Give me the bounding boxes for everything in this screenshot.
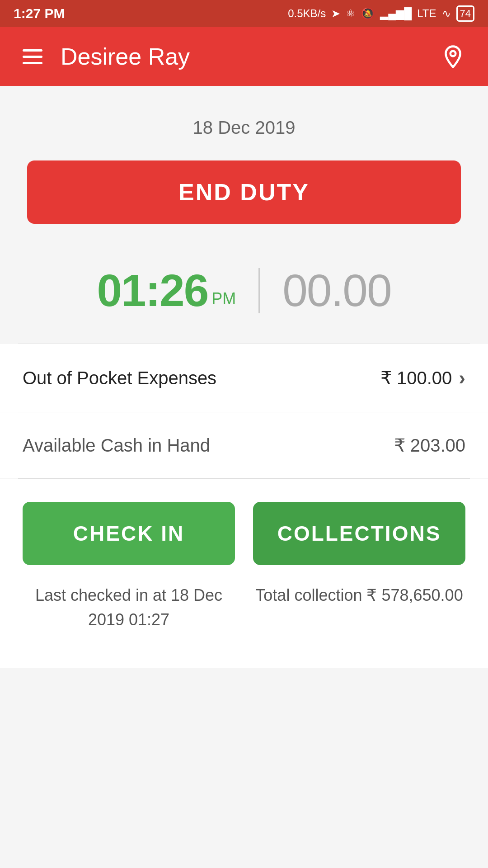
- available-cash-value: ₹ 203.00: [394, 435, 465, 456]
- app-header: Desiree Ray: [0, 27, 488, 86]
- collections-button[interactable]: COLLECTIONS: [253, 502, 465, 565]
- time-divider: [258, 268, 260, 313]
- active-time-ampm: PM: [211, 289, 236, 316]
- status-bar: 1:27 PM 0.5KB/s ➤ ⚛ 🔕 ▂▄▆█ LTE ∿ 74: [0, 0, 488, 27]
- inactive-time: 00.00: [282, 264, 391, 316]
- bottom-info: Last checked in at 18 Dec 2019 01:27 Tot…: [23, 583, 465, 632]
- available-cash-label: Available Cash in Hand: [23, 435, 210, 456]
- status-time: 1:27 PM: [14, 6, 65, 21]
- menu-button[interactable]: [23, 49, 42, 64]
- time-section: 01:26 PM 00.00: [0, 251, 488, 344]
- user-name: Desiree Ray: [61, 43, 190, 70]
- check-in-button[interactable]: CHECK IN: [23, 502, 235, 565]
- end-duty-button[interactable]: END DUTY: [27, 160, 461, 224]
- header-left: Desiree Ray: [23, 43, 190, 70]
- out-of-pocket-amount: ₹ 100.00: [380, 368, 452, 388]
- status-icons: 0.5KB/s ➤ ⚛ 🔕 ▂▄▆█ LTE ∿ 74: [288, 5, 474, 22]
- bottom-section: CHECK IN COLLECTIONS Last checked in at …: [0, 479, 488, 668]
- mute-icon: 🔕: [361, 7, 375, 20]
- bluetooth-icon: ⚛: [346, 7, 356, 20]
- collections-info-text: Total collection ₹ 578,650.00: [255, 586, 463, 604]
- action-buttons: CHECK IN COLLECTIONS: [23, 502, 465, 565]
- lte-icon: LTE: [417, 7, 436, 20]
- date-section: 18 Dec 2019: [0, 86, 488, 160]
- active-time: 01:26: [97, 264, 208, 316]
- chevron-right-icon: ›: [459, 367, 465, 389]
- main-content: 18 Dec 2019 END DUTY 01:26 PM 00.00 Out …: [0, 86, 488, 668]
- collections-info: Total collection ₹ 578,650.00: [253, 583, 465, 632]
- out-of-pocket-label: Out of Pocket Expenses: [23, 368, 216, 388]
- out-of-pocket-row[interactable]: Out of Pocket Expenses ₹ 100.00 ›: [0, 344, 488, 412]
- available-cash-row: Available Cash in Hand ₹ 203.00: [0, 412, 488, 478]
- check-in-info-text: Last checked in at 18 Dec 2019 01:27: [35, 586, 222, 629]
- signal-icon: ▂▄▆█: [380, 7, 412, 20]
- send-icon: ➤: [331, 7, 340, 20]
- current-date: 18 Dec 2019: [193, 118, 296, 137]
- check-in-info: Last checked in at 18 Dec 2019 01:27: [23, 583, 235, 632]
- divider-3: [18, 478, 470, 479]
- location-icon[interactable]: [441, 44, 465, 69]
- svg-point-0: [450, 51, 455, 56]
- network-speed: 0.5KB/s: [288, 7, 326, 20]
- wifi-icon: ∿: [442, 7, 451, 20]
- battery-icon: 74: [456, 5, 474, 22]
- out-of-pocket-value-group: ₹ 100.00 ›: [380, 367, 465, 389]
- end-duty-section: END DUTY: [0, 160, 488, 251]
